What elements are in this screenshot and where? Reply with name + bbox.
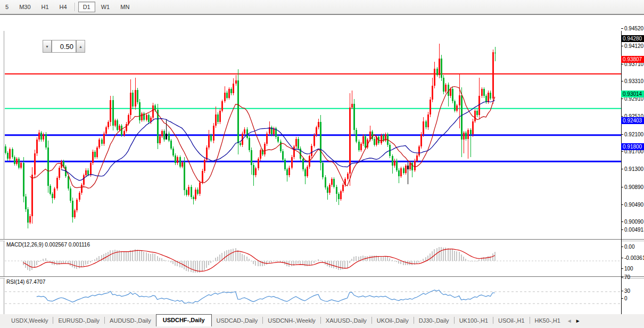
trading-terminal: 5M30H1H4D1W1MN ▲USDCHF-,Daily 0.94291 0.… — [0, 0, 644, 328]
timeframe-toolbar: 5M30H1H4D1W1MN — [0, 0, 644, 14]
timeframe-button-h4[interactable]: H4 — [55, 2, 72, 12]
chevron-down-icon: ▼ — [45, 45, 49, 48]
price-tick-label: 0.91300 — [624, 166, 643, 172]
price-tick-label: 0.90490 — [624, 202, 643, 208]
price-tick-label: 0.94520 — [624, 26, 643, 31]
macd-tick-label: 0.00 — [624, 244, 634, 250]
price-axis-tick — [621, 99, 623, 99]
tab-usdcnh-weekly[interactable]: USDCNH-,Weekly — [263, 315, 320, 326]
timeframe-button-5[interactable]: 5 — [1, 2, 13, 12]
tab-usdx-weekly[interactable]: USDX,Weekly — [6, 315, 53, 326]
macd-tick-label: 0.004913 — [624, 227, 644, 233]
price-tick-label: 0.92100 — [624, 132, 643, 137]
volume-decrease-button[interactable]: ▼ — [43, 40, 52, 53]
timeframe-button-w1[interactable]: W1 — [96, 2, 115, 12]
price-pane[interactable] — [5, 31, 621, 239]
rsi-line — [37, 290, 495, 304]
rsi-tick-label: 0 — [624, 296, 628, 301]
tab-uk100-h1[interactable]: UK100-,H1 — [455, 315, 493, 326]
rsi-axis-tick — [621, 298, 623, 299]
price-axis-tick — [621, 28, 623, 29]
toolbar-separator — [75, 3, 76, 11]
rsi-pane[interactable] — [5, 277, 621, 315]
rsi-pane-svg — [5, 277, 621, 315]
tab-dj30-daily[interactable]: DJ30-,Daily — [414, 315, 454, 326]
timeframe-button-m30[interactable]: M30 — [14, 2, 35, 12]
timeframe-button-mn[interactable]: MN — [115, 2, 134, 12]
chart-frame-left — [4, 31, 4, 328]
tab-xauusd-daily[interactable]: XAUUSD-,Daily — [321, 315, 371, 326]
price-axis-tick — [621, 222, 623, 222]
price-badge-0.91800: 0.91800 — [621, 143, 644, 150]
price-axis-tick — [621, 151, 623, 152]
macd-axis-tick — [621, 258, 623, 258]
chart-window[interactable]: ▲USDCHF-,Daily 0.94291 0.94419 0.94102 0… — [0, 14, 644, 315]
rsi-tick-label: 70 — [624, 274, 630, 280]
volume-increase-button[interactable]: ▲ — [76, 40, 85, 53]
macd-axis-tick — [621, 229, 623, 230]
timeframe-button-h1[interactable]: H1 — [37, 2, 54, 12]
price-axis-tick — [621, 134, 623, 135]
rsi-tick-label: 100 — [624, 266, 633, 272]
price-badge-0.94280: 0.94280 — [621, 35, 644, 42]
rsi-axis-tick — [621, 268, 623, 269]
macd-signal-line — [23, 249, 495, 272]
tab-scroll-left-icon[interactable]: ◄ — [565, 316, 574, 326]
price-badge-0.93014: 0.93014 — [621, 91, 644, 97]
tab-audusd-daily[interactable]: AUDUSD-,Daily — [105, 315, 156, 326]
timeframe-button-d1[interactable]: D1 — [78, 2, 95, 12]
macd-indicator-label: MACD(12,26,9) 0.002567 0.001116 — [6, 242, 90, 248]
price-badge-0.93807: 0.93807 — [621, 56, 644, 63]
price-badge-0.92403: 0.92403 — [621, 117, 644, 124]
tab-usdchf-daily[interactable]: USDCHF-,Daily — [156, 314, 212, 326]
rsi-axis-tick — [621, 277, 623, 277]
ma-fast-line — [30, 87, 495, 188]
price-axis-tick — [621, 169, 623, 169]
macd-tick-label: -0.003614 — [624, 255, 644, 261]
tab-ukoil-daily[interactable]: UKOil-,Daily — [372, 315, 414, 326]
price-axis-tick — [621, 116, 623, 117]
rsi-axis-tick — [621, 291, 623, 291]
rsi-indicator-label: RSI(14) 67.4707 — [6, 279, 45, 285]
price-axis-tick — [621, 46, 623, 46]
price-tick-label: 0.90890 — [624, 184, 643, 190]
price-tick-label: 0.93310 — [624, 78, 643, 84]
macd-axis-tick — [621, 247, 623, 247]
price-axis-tick — [621, 64, 623, 64]
tab-usoil-h1[interactable]: USOil-,H1 — [493, 315, 530, 326]
chart-tab-bar: USDX,WeeklyEURUSD-,DailyAUDUSD-,DailyUSD… — [0, 314, 644, 326]
price-axis-tick — [621, 81, 623, 81]
price-axis-divider — [621, 31, 622, 316]
tab-hk50-h1[interactable]: HK50-,H1 — [530, 315, 565, 326]
rsi-tick-label: 30 — [624, 288, 630, 294]
price-tick-label: 0.94120 — [624, 43, 643, 49]
price-axis-tick — [621, 204, 623, 205]
chevron-up-icon: ▲ — [79, 45, 82, 48]
tab-scroll-right-icon[interactable]: ► — [574, 316, 582, 326]
volume-input[interactable]: 0.50 — [52, 40, 76, 53]
macd-pane[interactable] — [5, 240, 621, 276]
macd-pane-svg — [5, 240, 621, 276]
price-tick-label: 0.90090 — [624, 219, 643, 225]
tab-eurusd-daily[interactable]: EURUSD-,Daily — [53, 315, 104, 326]
tab-usdcad-daily[interactable]: USDCAD-,Daily — [212, 315, 263, 326]
price-axis-tick — [621, 187, 623, 187]
main-pane-svg — [5, 31, 621, 239]
